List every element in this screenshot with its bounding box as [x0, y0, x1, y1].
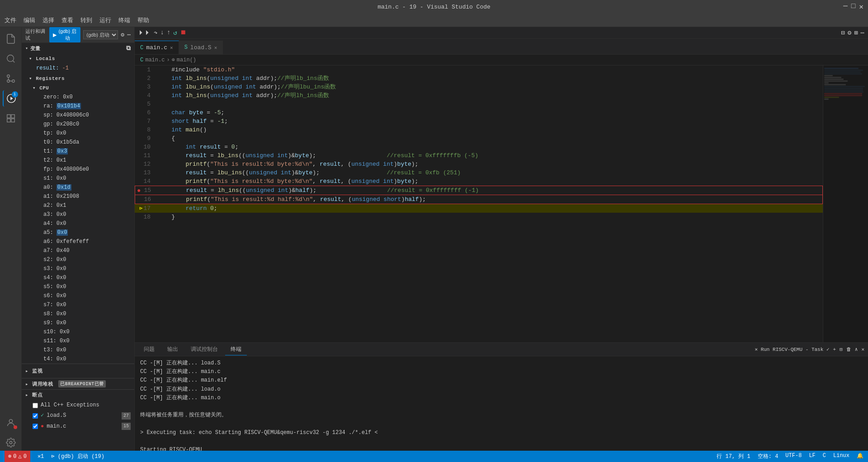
- bp-all-cpp-checkbox[interactable]: [33, 403, 38, 408]
- panel-tab-problems[interactable]: 问题: [138, 344, 160, 355]
- panel-chevron-up[interactable]: ∧: [855, 346, 858, 352]
- minimap-line-9: [824, 82, 829, 84]
- menu-goto[interactable]: 转到: [80, 16, 92, 24]
- debug-stepover-icon[interactable]: ↷: [154, 29, 157, 37]
- panel-trash-icon[interactable]: 🗑: [846, 346, 851, 352]
- maximize-button[interactable]: □: [851, 2, 856, 11]
- debug-stop-icon[interactable]: ⏹: [180, 29, 186, 37]
- editor-area: ⏵⏵ ↷ ↓ ↑ ↺ ⏹ ⊟ ⚙ ⊞ ⋯ C main.c ✕ S: [135, 27, 868, 451]
- svg-rect-9: [7, 119, 10, 122]
- editor-toolbar: ⏵⏵ ↷ ↓ ↑ ↺ ⏹ ⊟ ⚙ ⊞ ⋯: [135, 27, 868, 39]
- activity-settings[interactable]: [3, 434, 19, 451]
- bp-load-s-checkbox[interactable]: [33, 413, 38, 419]
- settings-icon[interactable]: ⚙: [121, 31, 124, 38]
- more-actions-icon[interactable]: ⋯: [861, 29, 864, 37]
- terminal-line-5: CC -[M] 正在构建... main.o: [140, 394, 863, 402]
- tab-load-s-close[interactable]: ✕: [214, 45, 217, 51]
- menu-run[interactable]: 运行: [99, 16, 111, 24]
- line-content-9: {: [155, 134, 823, 143]
- encoding[interactable]: UTF-8: [785, 453, 802, 460]
- menu-view[interactable]: 查看: [61, 16, 73, 24]
- debug-continue-icon[interactable]: ⏵⏵: [138, 29, 151, 37]
- debug-stepin-icon[interactable]: ↓: [160, 29, 164, 37]
- copy-icon[interactable]: ⧉: [126, 45, 131, 52]
- panel-add-icon[interactable]: +: [833, 347, 836, 352]
- breadcrumb-filename[interactable]: main.c: [145, 57, 165, 63]
- code-editor[interactable]: 1 #include "stdio.h" 2 int lb_ins(unsign…: [135, 65, 823, 342]
- tab-load-s[interactable]: S load.S ✕: [179, 41, 223, 54]
- breadcrumb-symbol-icon: ⊕: [172, 56, 175, 63]
- sidebar: 运行和调试 ▶ (gdb) 启动 (gdb) 启动 ⚙ ⋯ ▾ 变量 ⧉ ▾ L…: [22, 27, 135, 451]
- language[interactable]: C: [823, 453, 826, 460]
- debug-launch-button[interactable]: ▶ (gdb) 启动: [49, 27, 80, 42]
- registers-collapse: ▾: [29, 75, 32, 81]
- reg-a1: a1: 0x21008: [29, 192, 134, 201]
- os[interactable]: Linux: [833, 453, 849, 460]
- bp-main-c-checkbox[interactable]: [33, 424, 38, 429]
- tab-main-c[interactable]: C main.c ✕: [135, 41, 179, 54]
- breakpoints-header[interactable]: ▸ 断点: [22, 390, 134, 400]
- layout-icon[interactable]: ⊞: [854, 29, 858, 37]
- panel-tab-debug-console[interactable]: 调试控制台: [185, 344, 223, 355]
- activity-search[interactable]: [3, 51, 19, 67]
- debug-restart-icon[interactable]: ↺: [173, 29, 177, 37]
- svg-rect-8: [11, 115, 14, 118]
- reg-a7: a7: 0x40: [29, 246, 134, 255]
- menu-selection[interactable]: 选择: [42, 16, 54, 24]
- minimap-line-2: [824, 70, 863, 71]
- panel-split-icon[interactable]: ⊟: [840, 346, 843, 352]
- feedback-icon[interactable]: 🔔: [857, 453, 863, 460]
- tab-bar: C main.c ✕ S load.S ✕: [135, 39, 868, 55]
- terminal-content[interactable]: CC -[M] 正在构建... load.S CC -[M] 正在构建... m…: [135, 356, 868, 451]
- svg-point-11: [9, 420, 12, 423]
- split-editor-icon[interactable]: ⊟: [841, 29, 844, 37]
- line-content-3: int lbu_ins(unsigned int addr);//声明lbu_i…: [155, 83, 823, 91]
- line-num-6: 6: [135, 108, 155, 117]
- callstack-header[interactable]: ▸ 调用堆栈 已BREAKPOINT已替: [22, 378, 134, 389]
- watch-header[interactable]: ▸ 监视: [22, 366, 134, 376]
- minimize-button[interactable]: ─: [843, 2, 848, 11]
- menu-help[interactable]: 帮助: [137, 16, 149, 24]
- activity-accounts[interactable]: [3, 415, 19, 431]
- panel-tab-terminal[interactable]: 终端: [225, 344, 247, 355]
- code-line-9: 9 {: [135, 134, 823, 143]
- reg-s4: s4: 0x0: [29, 273, 134, 282]
- reg-a4: a4: 0x0: [29, 219, 134, 228]
- variables-label: 变量: [30, 45, 41, 52]
- settings-icon2[interactable]: ⚙: [848, 29, 851, 37]
- status-errors[interactable]: ⊗ 0 △ 0: [5, 451, 30, 462]
- svg-line-1: [13, 61, 14, 62]
- registers-header[interactable]: ▾ Registers: [25, 74, 134, 83]
- breadcrumb-symbol[interactable]: main(): [177, 57, 196, 63]
- breadcrumb: C main.c › ⊕ main(): [135, 55, 868, 65]
- panel-tab-output[interactable]: 输出: [162, 344, 184, 355]
- panel-close-icon[interactable]: ✕: [861, 346, 864, 352]
- terminal-line-4: CC -[M] 正在构建... load.o: [140, 385, 863, 394]
- locals-collapse: ▾: [29, 56, 32, 61]
- launch-select[interactable]: (gdb) 启动: [83, 30, 118, 39]
- line-num-9: 9: [135, 134, 155, 143]
- line-content-11: result = lb_ins((unsigned int)&byte); //…: [155, 151, 823, 160]
- variables-section-header[interactable]: ▾ 变量 ⧉: [22, 43, 134, 54]
- activity-git[interactable]: [3, 70, 19, 87]
- reg-sp: sp: 0x408006c0: [29, 111, 134, 120]
- line-ending[interactable]: LF: [809, 453, 815, 460]
- tab-main-c-close[interactable]: ✕: [170, 45, 173, 51]
- more-icon[interactable]: ⋯: [127, 31, 131, 38]
- svg-marker-6: [10, 97, 13, 100]
- menu-terminal[interactable]: 终端: [118, 16, 130, 24]
- debug-stepout-icon[interactable]: ↑: [167, 29, 170, 37]
- activity-debug[interactable]: 1: [3, 90, 19, 107]
- git-branch[interactable]: ⊳ (gdb) 启动 (19): [51, 453, 104, 460]
- activity-extensions[interactable]: [3, 110, 19, 126]
- menu-file[interactable]: 文件: [5, 16, 16, 24]
- locals-header[interactable]: ▾ Locals: [25, 54, 134, 63]
- line-col[interactable]: 行 17, 列 1: [717, 453, 750, 460]
- menu-edit[interactable]: 编辑: [24, 16, 35, 24]
- spaces[interactable]: 空格: 4: [758, 453, 778, 460]
- debug-status: ✕1: [38, 453, 44, 460]
- cpu-header[interactable]: ▾ CPU: [29, 83, 134, 93]
- close-button[interactable]: ✕: [859, 2, 863, 11]
- activity-explorer[interactable]: [3, 31, 19, 47]
- terminal-task-label[interactable]: ✕ Run RISCV-QEMU - Task ✓: [755, 346, 829, 352]
